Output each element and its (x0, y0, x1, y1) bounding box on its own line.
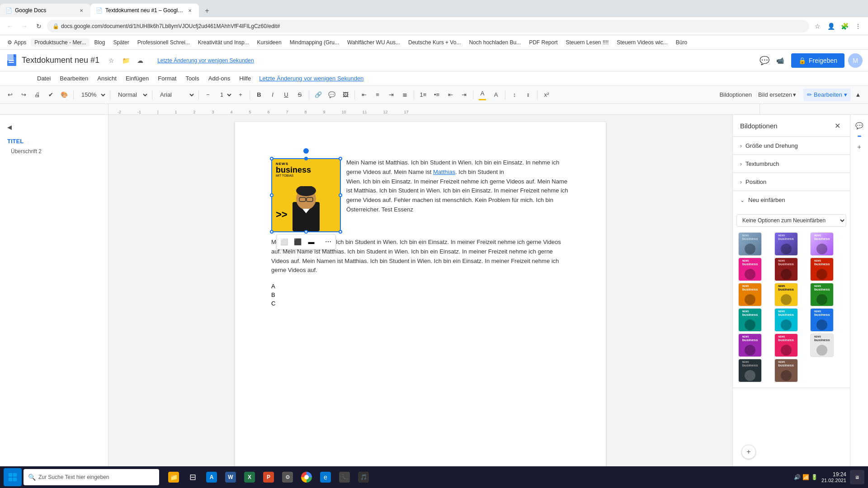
linespacing-button[interactable]: ↕ (508, 89, 521, 101)
color-thumb-darkred1[interactable]: NEWSbusiness (774, 258, 798, 281)
bookmark-professionell[interactable]: Professionell Schrei... (134, 38, 193, 47)
handle-tc[interactable] (304, 157, 308, 160)
color-thumb-brown1[interactable]: NEWSbusiness (774, 359, 798, 382)
color-thumb-yellow1[interactable]: NEWSbusiness (774, 283, 798, 306)
img-more-options[interactable]: ⋯ (322, 235, 335, 248)
style-select[interactable]: Normal (113, 89, 149, 101)
star-icon[interactable]: ☆ (105, 54, 118, 67)
section-neueinfaerben-header[interactable]: ⌄ Neu einfärben (733, 191, 850, 209)
zoom-select[interactable]: 150% 100% (76, 89, 107, 101)
color-thumb-red1[interactable]: NEWSbusiness (810, 258, 834, 281)
taskbar-app-excel[interactable]: X (241, 468, 259, 486)
img-align-inline[interactable]: ⬜ (278, 235, 291, 248)
color-thumb-purpledark1[interactable]: NEWSbusiness (774, 232, 798, 256)
folder-move-icon[interactable]: 📁 (119, 54, 132, 67)
section-groesse-header[interactable]: › Größe und Drehung (733, 137, 850, 155)
columns-button[interactable]: ⫾ (522, 89, 534, 101)
menu-addons[interactable]: Add-ons (204, 73, 235, 84)
docs-title[interactable]: Textdokument neu #1 (22, 56, 99, 65)
taskbar-search-box[interactable]: 🔍 Zur Suche Text hier eingeben (24, 469, 159, 485)
back-button[interactable]: ← (4, 20, 16, 33)
color-thumb-lavender1[interactable]: NEWSbusiness (810, 232, 834, 256)
image-button[interactable]: 🖼 (339, 89, 352, 101)
strikethrough-button[interactable]: S (293, 89, 306, 101)
menu-ansicht[interactable]: Ansicht (93, 73, 121, 84)
bookmark-star-icon[interactable]: ☆ (811, 20, 824, 33)
show-desktop-button[interactable]: 🖥 (850, 470, 864, 484)
toc-title-item[interactable]: TITEL (4, 136, 104, 146)
font-plus-button[interactable]: + (234, 89, 247, 101)
new-tab-button[interactable]: + (201, 5, 213, 17)
redo-button[interactable]: ↪ (17, 89, 30, 101)
menu-einfuegen[interactable]: Einfügen (121, 73, 153, 84)
superscript-button[interactable]: x² (540, 89, 553, 101)
replace-image-button[interactable]: Bild ersetzen ▾ (756, 89, 798, 101)
color-thumb-teal1[interactable]: NEWSbusiness (738, 308, 762, 332)
cloud-icon[interactable]: ☁ (134, 54, 146, 67)
selected-image[interactable]: NEWS business MIT TOBIAS (271, 158, 341, 232)
indentmore-button[interactable]: ⇥ (458, 89, 470, 101)
handle-br[interactable] (339, 230, 342, 234)
extension-icon[interactable]: 🧩 (838, 20, 851, 33)
tab-close-2[interactable]: ✕ (186, 7, 193, 14)
font-select[interactable]: Arial (155, 89, 196, 101)
taskbar-volume-icon[interactable]: 📶 (802, 474, 809, 480)
matthias-link[interactable]: Matthias (433, 169, 455, 175)
img-align-wraptext[interactable]: ⬛ (292, 235, 304, 248)
taskbar-network-icon[interactable]: 🔊 (794, 474, 801, 480)
toc-h2-item[interactable]: Überschrift 2 (4, 146, 104, 156)
address-bar[interactable]: 🔒 docs.google.com/document/d/1hUH8k6h7Lb… (47, 20, 809, 33)
taskbar-app-word[interactable]: W (222, 468, 240, 486)
tab-textdokument[interactable]: 📄 Textdokument neu #1 – Google ... ✕ (90, 4, 199, 17)
meet-icon[interactable]: 📹 (773, 53, 788, 68)
comment-icon[interactable]: 💬 (760, 56, 769, 66)
undo-button[interactable]: ↩ (4, 89, 16, 101)
paintformat-button[interactable]: 🎨 (58, 89, 71, 101)
color-thumb-darkgray1[interactable]: NEWSbusiness (738, 359, 762, 382)
share-button[interactable]: 🔒 Freigeben (791, 53, 844, 68)
last-change-link[interactable]: Letzte Änderung vor wenigen Sekunden (259, 75, 363, 82)
handle-mr[interactable] (339, 193, 342, 197)
bookmark-blog[interactable]: Blog (90, 38, 108, 47)
print-button[interactable]: 🖨 (31, 89, 43, 101)
panel-close-button[interactable]: ✕ (832, 120, 843, 131)
reload-button[interactable]: ↻ (33, 20, 45, 33)
bookmark-steuern[interactable]: Steuern Lesen !!!! (562, 38, 612, 47)
tab-close-1[interactable]: ✕ (78, 7, 85, 14)
underline-button[interactable]: U (280, 89, 292, 101)
taskbar-app-misc2[interactable]: 📞 (335, 468, 354, 486)
color-thumb-magenta1[interactable]: NEWSbusiness (774, 333, 798, 357)
taskbar-app-taskview[interactable]: ⊟ (184, 468, 202, 486)
start-button[interactable] (4, 468, 22, 486)
recolor-dropdown[interactable]: Keine Optionen zum Neueinfärben (736, 214, 846, 227)
taskbar-app-misc1[interactable]: ⚙ (278, 468, 297, 486)
rotate-handle[interactable] (303, 148, 309, 154)
align-justify-button[interactable]: ≣ (398, 89, 411, 101)
tab-googledocs[interactable]: 📄 Google Docs ✕ (0, 4, 90, 17)
italic-button[interactable]: I (266, 89, 279, 101)
plus-button[interactable]: + (741, 445, 756, 459)
taskbar-app-edge[interactable]: e (316, 468, 335, 486)
bold-button[interactable]: B (253, 89, 265, 101)
color-thumb-orange1[interactable]: NEWSbusiness (738, 283, 762, 306)
user-avatar[interactable]: M (848, 53, 863, 68)
section-textumbruch-header[interactable]: › Textumbruch (733, 155, 850, 173)
handle-ml[interactable] (270, 193, 274, 197)
image-wrapper[interactable]: NEWS business MIT TOBIAS (271, 158, 341, 232)
edge-comment-icon[interactable]: 💬 (852, 118, 867, 133)
handle-bc[interactable] (304, 230, 308, 234)
bookmark-buero[interactable]: Büro (672, 38, 691, 47)
bookmark-pdf[interactable]: PDF Report (525, 38, 561, 47)
bookmark-kursideen[interactable]: Kursideen (254, 38, 285, 47)
spellcheck-button[interactable]: ✔ (44, 89, 57, 101)
bookmark-produktsuche[interactable]: Produktsuche - Mer... (31, 38, 90, 47)
numberedlist-button[interactable]: 1≡ (417, 89, 429, 101)
color-thumb-whitegray1[interactable]: NEWSbusiness (810, 333, 834, 357)
font-minus-button[interactable]: − (202, 89, 214, 101)
bookmark-steuernvideos[interactable]: Steuern Videos wic... (613, 38, 671, 47)
fontsize-select[interactable]: 11 12 (215, 89, 233, 101)
taskbar-app-ppt[interactable]: P (259, 468, 278, 486)
color-thumb-blue1[interactable]: NEWSbusiness (810, 308, 834, 332)
bookmark-kreativitaet[interactable]: Kreativität und Insp... (194, 38, 253, 47)
link-button[interactable]: 🔗 (312, 89, 325, 101)
